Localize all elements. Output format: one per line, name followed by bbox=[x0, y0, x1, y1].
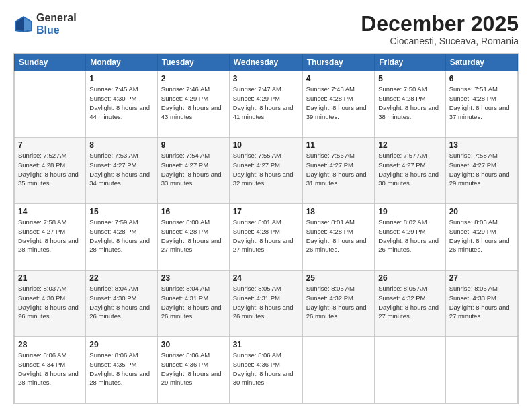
day-number: 16 bbox=[161, 207, 226, 216]
logo: General Blue bbox=[13, 12, 77, 36]
day-info: Sunrise: 7:56 AM Sunset: 4:27 PM Dayligh… bbox=[306, 151, 371, 188]
day-number: 17 bbox=[233, 207, 299, 216]
day-cell: 4Sunrise: 7:48 AM Sunset: 4:28 PM Daylig… bbox=[302, 71, 375, 138]
day-info: Sunrise: 7:52 AM Sunset: 4:28 PM Dayligh… bbox=[18, 151, 82, 188]
day-number: 5 bbox=[378, 74, 441, 83]
day-number: 10 bbox=[233, 140, 299, 150]
day-cell: 25Sunrise: 8:05 AM Sunset: 4:32 PM Dayli… bbox=[302, 271, 375, 337]
day-info: Sunrise: 8:01 AM Sunset: 4:28 PM Dayligh… bbox=[306, 218, 371, 255]
day-info: Sunrise: 8:01 AM Sunset: 4:28 PM Dayligh… bbox=[233, 218, 299, 255]
day-info: Sunrise: 8:06 AM Sunset: 4:34 PM Dayligh… bbox=[18, 351, 82, 387]
day-number: 4 bbox=[306, 74, 371, 83]
week-row-1: 7Sunrise: 7:52 AM Sunset: 4:28 PM Daylig… bbox=[15, 138, 518, 204]
day-number: 2 bbox=[161, 74, 226, 83]
day-info: Sunrise: 7:54 AM Sunset: 4:27 PM Dayligh… bbox=[161, 151, 226, 188]
header-cell-thursday: Thursday bbox=[302, 54, 375, 71]
location: Ciocanesti, Suceava, Romania bbox=[361, 36, 519, 46]
day-number: 13 bbox=[449, 140, 514, 150]
day-number: 27 bbox=[449, 273, 514, 283]
day-number: 8 bbox=[89, 140, 154, 150]
week-row-2: 14Sunrise: 7:58 AM Sunset: 4:27 PM Dayli… bbox=[15, 204, 518, 271]
week-row-0: 1Sunrise: 7:45 AM Sunset: 4:30 PM Daylig… bbox=[15, 71, 518, 138]
day-number: 30 bbox=[161, 340, 226, 349]
calendar-body: 1Sunrise: 7:45 AM Sunset: 4:30 PM Daylig… bbox=[15, 71, 518, 404]
day-info: Sunrise: 8:05 AM Sunset: 4:31 PM Dayligh… bbox=[233, 284, 299, 321]
day-cell: 27Sunrise: 8:05 AM Sunset: 4:33 PM Dayli… bbox=[445, 271, 517, 337]
day-cell: 20Sunrise: 8:03 AM Sunset: 4:29 PM Dayli… bbox=[445, 204, 517, 271]
day-info: Sunrise: 7:53 AM Sunset: 4:27 PM Dayligh… bbox=[89, 151, 154, 188]
day-info: Sunrise: 8:05 AM Sunset: 4:32 PM Dayligh… bbox=[378, 284, 441, 321]
day-cell: 14Sunrise: 7:58 AM Sunset: 4:27 PM Dayli… bbox=[15, 204, 86, 271]
day-info: Sunrise: 8:05 AM Sunset: 4:33 PM Dayligh… bbox=[449, 284, 514, 321]
day-number: 22 bbox=[89, 273, 154, 283]
day-number: 19 bbox=[378, 207, 441, 216]
day-info: Sunrise: 8:04 AM Sunset: 4:31 PM Dayligh… bbox=[161, 284, 226, 321]
day-cell: 15Sunrise: 7:59 AM Sunset: 4:28 PM Dayli… bbox=[86, 204, 158, 271]
day-cell: 28Sunrise: 8:06 AM Sunset: 4:34 PM Dayli… bbox=[15, 337, 86, 404]
day-cell bbox=[445, 337, 517, 404]
day-info: Sunrise: 8:00 AM Sunset: 4:28 PM Dayligh… bbox=[161, 218, 226, 255]
logo-text: General Blue bbox=[36, 12, 77, 36]
day-cell: 7Sunrise: 7:52 AM Sunset: 4:28 PM Daylig… bbox=[15, 138, 86, 204]
day-cell: 13Sunrise: 7:58 AM Sunset: 4:27 PM Dayli… bbox=[445, 138, 517, 204]
day-cell: 31Sunrise: 8:06 AM Sunset: 4:36 PM Dayli… bbox=[229, 337, 302, 404]
week-row-4: 28Sunrise: 8:06 AM Sunset: 4:34 PM Dayli… bbox=[15, 337, 518, 404]
day-number: 28 bbox=[18, 340, 82, 349]
day-info: Sunrise: 8:06 AM Sunset: 4:36 PM Dayligh… bbox=[161, 351, 226, 387]
day-cell: 8Sunrise: 7:53 AM Sunset: 4:27 PM Daylig… bbox=[86, 138, 158, 204]
day-cell: 5Sunrise: 7:50 AM Sunset: 4:28 PM Daylig… bbox=[375, 71, 445, 138]
day-cell: 11Sunrise: 7:56 AM Sunset: 4:27 PM Dayli… bbox=[302, 138, 375, 204]
day-cell: 22Sunrise: 8:04 AM Sunset: 4:30 PM Dayli… bbox=[86, 271, 158, 337]
day-number: 21 bbox=[18, 273, 82, 283]
day-info: Sunrise: 7:47 AM Sunset: 4:29 PM Dayligh… bbox=[233, 85, 299, 122]
day-number: 26 bbox=[378, 273, 441, 283]
day-cell: 6Sunrise: 7:51 AM Sunset: 4:28 PM Daylig… bbox=[445, 71, 517, 138]
day-info: Sunrise: 7:58 AM Sunset: 4:27 PM Dayligh… bbox=[18, 218, 82, 255]
day-number: 1 bbox=[89, 74, 154, 83]
day-info: Sunrise: 7:46 AM Sunset: 4:29 PM Dayligh… bbox=[161, 85, 226, 122]
day-number: 9 bbox=[161, 140, 226, 150]
day-cell: 23Sunrise: 8:04 AM Sunset: 4:31 PM Dayli… bbox=[157, 271, 229, 337]
day-number: 6 bbox=[449, 74, 514, 83]
day-cell: 16Sunrise: 8:00 AM Sunset: 4:28 PM Dayli… bbox=[157, 204, 229, 271]
day-info: Sunrise: 8:03 AM Sunset: 4:30 PM Dayligh… bbox=[18, 284, 82, 321]
day-number: 20 bbox=[449, 207, 514, 216]
header-cell-wednesday: Wednesday bbox=[229, 54, 302, 71]
day-cell: 3Sunrise: 7:47 AM Sunset: 4:29 PM Daylig… bbox=[229, 71, 302, 138]
day-info: Sunrise: 8:06 AM Sunset: 4:35 PM Dayligh… bbox=[89, 351, 154, 387]
day-number: 12 bbox=[378, 140, 441, 150]
day-number: 7 bbox=[18, 140, 82, 150]
header-row: SundayMondayTuesdayWednesdayThursdayFrid… bbox=[15, 54, 518, 71]
day-cell: 1Sunrise: 7:45 AM Sunset: 4:30 PM Daylig… bbox=[86, 71, 158, 138]
day-cell bbox=[375, 337, 445, 404]
header: General Blue December 2025 Ciocanesti, S… bbox=[13, 12, 519, 46]
day-info: Sunrise: 7:59 AM Sunset: 4:28 PM Dayligh… bbox=[89, 218, 154, 255]
day-info: Sunrise: 7:45 AM Sunset: 4:30 PM Dayligh… bbox=[89, 85, 154, 122]
day-number: 15 bbox=[89, 207, 154, 216]
day-number: 18 bbox=[306, 207, 371, 216]
day-cell bbox=[15, 71, 86, 138]
day-info: Sunrise: 8:05 AM Sunset: 4:32 PM Dayligh… bbox=[306, 284, 371, 321]
day-cell: 18Sunrise: 8:01 AM Sunset: 4:28 PM Dayli… bbox=[302, 204, 375, 271]
day-info: Sunrise: 7:55 AM Sunset: 4:27 PM Dayligh… bbox=[233, 151, 299, 188]
day-number: 24 bbox=[233, 273, 299, 283]
day-cell: 10Sunrise: 7:55 AM Sunset: 4:27 PM Dayli… bbox=[229, 138, 302, 204]
logo-general: General bbox=[36, 12, 77, 24]
week-row-3: 21Sunrise: 8:03 AM Sunset: 4:30 PM Dayli… bbox=[15, 271, 518, 337]
header-cell-tuesday: Tuesday bbox=[157, 54, 229, 71]
header-cell-friday: Friday bbox=[375, 54, 445, 71]
day-info: Sunrise: 7:50 AM Sunset: 4:28 PM Dayligh… bbox=[378, 85, 441, 122]
calendar-table: SundayMondayTuesdayWednesdayThursdayFrid… bbox=[14, 54, 518, 404]
calendar: SundayMondayTuesdayWednesdayThursdayFrid… bbox=[13, 53, 519, 404]
title-block: December 2025 Ciocanesti, Suceava, Roman… bbox=[361, 12, 519, 46]
day-number: 25 bbox=[306, 273, 371, 283]
day-info: Sunrise: 7:58 AM Sunset: 4:27 PM Dayligh… bbox=[449, 151, 514, 188]
day-cell: 29Sunrise: 8:06 AM Sunset: 4:35 PM Dayli… bbox=[86, 337, 158, 404]
calendar-header: SundayMondayTuesdayWednesdayThursdayFrid… bbox=[15, 54, 518, 71]
day-info: Sunrise: 7:57 AM Sunset: 4:27 PM Dayligh… bbox=[378, 151, 441, 188]
day-number: 23 bbox=[161, 273, 226, 283]
day-info: Sunrise: 7:48 AM Sunset: 4:28 PM Dayligh… bbox=[306, 85, 371, 122]
day-info: Sunrise: 7:51 AM Sunset: 4:28 PM Dayligh… bbox=[449, 85, 514, 122]
day-cell: 26Sunrise: 8:05 AM Sunset: 4:32 PM Dayli… bbox=[375, 271, 445, 337]
month-title: December 2025 bbox=[361, 12, 519, 36]
